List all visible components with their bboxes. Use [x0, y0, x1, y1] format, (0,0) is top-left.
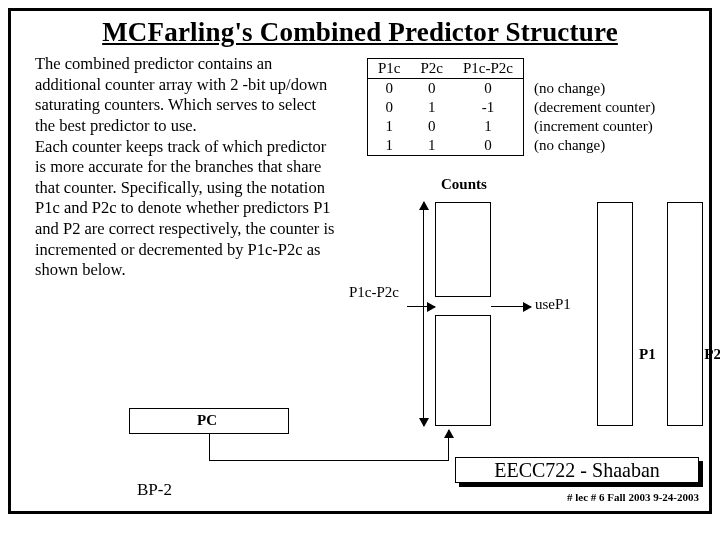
- cell-note: (no change): [524, 79, 666, 99]
- counts-diagram: Counts P1c-P2c useP1 P1 P2: [355, 176, 703, 436]
- counts-size-arrow: [423, 202, 424, 426]
- counts-label: Counts: [441, 176, 487, 193]
- th-p2c: P2c: [411, 59, 454, 79]
- arrow-usep1: [491, 306, 531, 307]
- cell-note: (no change): [524, 136, 666, 156]
- cell: 1: [368, 117, 411, 136]
- p1-label: P1: [639, 346, 656, 363]
- cell: 0: [453, 136, 524, 156]
- slide-frame: MCFarling's Combined Predictor Structure…: [8, 8, 712, 514]
- cell: 0: [411, 117, 454, 136]
- cell: 0: [368, 98, 411, 117]
- truth-table: P1c P2c P1c-P2c 0 0 0 (no change) 0 1 -1…: [367, 58, 675, 156]
- cell: -1: [453, 98, 524, 117]
- description-text: The combined predictor contains an addit…: [35, 54, 335, 281]
- usep1-label: useP1: [535, 296, 571, 313]
- p1-box: [597, 202, 633, 426]
- footer-course: EECC722 - Shaaban: [455, 457, 699, 483]
- cell: 1: [411, 98, 454, 117]
- cell-note: (decrement counter): [524, 98, 666, 117]
- p2-box: [667, 202, 703, 426]
- arrow-into-counts: [407, 306, 435, 307]
- counts-slice: [435, 296, 491, 316]
- cell: 0: [453, 79, 524, 99]
- cell-note: (increment counter): [524, 117, 666, 136]
- cell: 1: [368, 136, 411, 156]
- pc-block: PC: [99, 398, 399, 488]
- cell: 0: [411, 79, 454, 99]
- pc-line-right: [209, 460, 449, 461]
- bp-label: BP-2: [137, 480, 172, 500]
- th-blank: [524, 59, 666, 79]
- th-p1c: P1c: [368, 59, 411, 79]
- pc-label: PC: [197, 412, 217, 429]
- cell: 1: [453, 117, 524, 136]
- p2-label: P2: [704, 346, 720, 363]
- pc-line-up: [448, 430, 449, 461]
- cell: 0: [368, 79, 411, 99]
- p1c-p2c-label: P1c-P2c: [349, 284, 399, 301]
- pc-line-down: [209, 434, 210, 460]
- slide-title: MCFarling's Combined Predictor Structure: [11, 11, 709, 50]
- slide-body: The combined predictor contains an addit…: [11, 50, 709, 506]
- th-diff: P1c-P2c: [453, 59, 524, 79]
- footer-meta: # lec # 6 Fall 2003 9-24-2003: [567, 491, 699, 503]
- cell: 1: [411, 136, 454, 156]
